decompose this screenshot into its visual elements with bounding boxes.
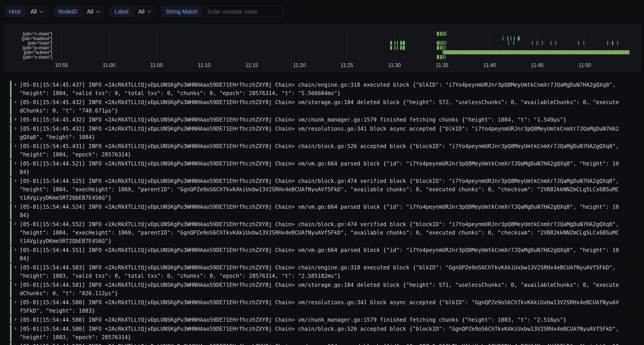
expand-chevron-icon[interactable] (14, 83, 17, 86)
axis-tick-label: 11:30 (384, 62, 405, 68)
timeline-mark (400, 46, 402, 50)
log-text: [05-01|15:54:45.432] INFO <2AcRkXTLLtQjv… (20, 98, 621, 115)
variable-value-input[interactable] (204, 6, 283, 17)
log-text: [05-01|15:54:44.524] INFO <2AcRkXTLLtQjv… (20, 203, 621, 220)
log-text: [05-01|15:54:44.551] INFO <2AcRkXTLLtQjv… (20, 246, 621, 263)
log-row[interactable]: [05-01|15:54:44.552] INFO <2AcRkXTLLtQjv… (10, 220, 636, 245)
axis-tick-label: 11:10 (194, 62, 214, 68)
log-row[interactable]: [05-01|15:54:44.580] INFO <2AcRkXTLLtQjv… (10, 325, 636, 342)
expand-chevron-icon[interactable] (14, 205, 17, 208)
log-text: [05-01|15:54:44.581] INFO <2AcRkXTLLtQjv… (20, 281, 621, 298)
chevron-down-icon (96, 9, 100, 13)
log-row[interactable]: [05-01|15:54:44.580] INFO <2AcRkXTLLtQjv… (10, 298, 636, 315)
axis-tick-label: 11:25 (337, 62, 357, 68)
axis-tick-label: 11:05 (146, 62, 167, 68)
logs-list: [05-01|15:54:45.437] INFO <2AcRkXTLLtQjv… (10, 81, 636, 345)
expand-chevron-icon[interactable] (14, 248, 17, 252)
timeline-gridline (585, 31, 585, 60)
timeline-mark (437, 46, 439, 50)
log-row[interactable]: [05-01|15:54:44.524] INFO <2AcRkXTLLtQjv… (10, 203, 636, 220)
log-text: [05-01|15:54:44.580] INFO <2AcRkXTLLtQjv… (20, 298, 621, 315)
timeline-series-label: {job="loadtest"} (5, 36, 52, 41)
timeline-mark (443, 55, 444, 59)
log-row[interactable]: [05-01|15:54:44.521] INFO <2AcRkXTLLtQjv… (10, 160, 636, 176)
expand-chevron-icon[interactable] (14, 144, 17, 148)
variable-label-label: Label (110, 6, 133, 17)
timeline-mark (612, 41, 613, 45)
log-row[interactable]: [05-01|15:54:44.581] INFO <2AcRkXTLLtQjv… (10, 281, 636, 298)
log-row[interactable]: [05-01|15:54:44.580] INFO <2AcRkXTLLtQjv… (10, 316, 636, 324)
log-row[interactable]: [05-01|15:54:45.432] INFO <2AcRkXTLLtQjv… (10, 116, 636, 124)
timeline-mark (532, 41, 533, 45)
timeline-mark (510, 36, 511, 40)
log-row[interactable]: [05-01|15:54:44.551] INFO <2AcRkXTLLtQjv… (10, 246, 636, 263)
timeline-mark (440, 55, 441, 59)
variable-dropdown-label[interactable]: All (134, 6, 154, 17)
timeline-mark (502, 36, 503, 40)
expand-chevron-icon[interactable] (14, 161, 17, 165)
timeline-gridline (252, 31, 252, 60)
log-row[interactable]: [05-01|15:54:44.583] INFO <2AcRkXTLLtQjv… (10, 264, 636, 280)
timeline-mark (403, 41, 405, 45)
timeline-mark (445, 46, 446, 50)
axis-tick-label: 11:15 (242, 62, 262, 68)
timeline-mark (397, 46, 398, 50)
variable-dropdown-host[interactable]: All (26, 6, 46, 17)
axis-tick-label: 11:50 (575, 62, 595, 68)
log-row[interactable]: [05-01|15:54:44.579] INFO <2AcRkXTLLtQjv… (10, 342, 636, 345)
timeline-gridline (62, 31, 62, 60)
expand-chevron-icon[interactable] (14, 117, 17, 121)
log-text: [05-01|15:54:44.521] INFO <2AcRkXTLLtQjv… (20, 160, 621, 176)
timeline-gridline (204, 31, 204, 60)
expand-chevron-icon[interactable] (14, 283, 17, 286)
timeline-mark (514, 36, 514, 40)
timeline-mark (437, 41, 439, 45)
expand-chevron-icon[interactable] (14, 100, 17, 104)
expand-chevron-icon[interactable] (14, 127, 17, 130)
variable-dropdown-nodeid[interactable]: All (83, 6, 103, 17)
expand-chevron-icon[interactable] (14, 222, 17, 226)
log-text: [05-01|15:54:44.580] INFO <2AcRkXTLLtQjv… (20, 316, 621, 324)
timeline-mark (442, 41, 443, 45)
timeline-mark (584, 41, 584, 45)
log-row[interactable]: [05-01|15:54:45.432] INFO <2AcRkXTLLtQjv… (10, 125, 636, 141)
timeline-mark (445, 55, 446, 59)
timeline-gridline (537, 31, 538, 60)
log-text: [05-01|15:54:44.552] INFO <2AcRkXTLLtQjv… (20, 220, 621, 245)
timeline-series-label: {job="x-chain"} (5, 55, 52, 59)
timeline-mark (394, 46, 396, 50)
log-text: [05-01|15:54:44.525] INFO <2AcRkXTLLtQjv… (20, 177, 621, 202)
axis-tick-label: 11:20 (289, 62, 310, 68)
log-row[interactable]: [05-01|15:54:45.431] INFO <2AcRkXTLLtQjv… (10, 142, 636, 159)
expand-chevron-icon[interactable] (14, 344, 17, 345)
timeline-mark (536, 41, 537, 45)
variable-group-label: Label All (110, 6, 154, 17)
expand-chevron-icon[interactable] (14, 300, 17, 304)
timeline-series-label: {job="p-chain"} (5, 45, 52, 50)
timeline-mark (538, 41, 538, 45)
timeline-mark (390, 41, 392, 45)
expand-chevron-icon[interactable] (14, 265, 17, 269)
expand-chevron-icon[interactable] (14, 327, 17, 330)
log-volume-panel: 10:5511:0011:0511:1011:1511:2011:2511:30… (4, 24, 640, 71)
variable-toolbar: Host All NodeID All Label All String Mat… (5, 6, 283, 17)
timeline-mark (617, 41, 618, 45)
log-row[interactable]: [05-01|15:54:45.437] INFO <2AcRkXTLLtQjv… (10, 81, 636, 98)
variable-label-nodeid: NodeID (54, 6, 82, 17)
expand-chevron-icon[interactable] (14, 179, 17, 182)
expand-chevron-icon[interactable] (14, 318, 17, 321)
chevron-down-icon (40, 9, 43, 13)
variable-value-host: All (30, 8, 37, 15)
timeline-mark (578, 41, 579, 45)
timeline-mark (444, 41, 444, 45)
log-text: [05-01|15:54:45.437] INFO <2AcRkXTLLtQjv… (20, 81, 621, 98)
axis-tick-label: 11:00 (99, 62, 119, 68)
timeline-gridline (299, 31, 300, 60)
timeline-series-label: {job="main"} (5, 41, 52, 45)
log-row[interactable]: [05-01|15:54:44.525] INFO <2AcRkXTLLtQjv… (10, 177, 636, 202)
timeline-mark (437, 55, 439, 59)
variable-value-label: All (138, 8, 144, 15)
log-text: [05-01|15:54:45.431] INFO <2AcRkXTLLtQjv… (20, 142, 621, 159)
log-row[interactable]: [05-01|15:54:45.432] INFO <2AcRkXTLLtQjv… (10, 98, 636, 115)
timeline-mark (446, 32, 446, 36)
